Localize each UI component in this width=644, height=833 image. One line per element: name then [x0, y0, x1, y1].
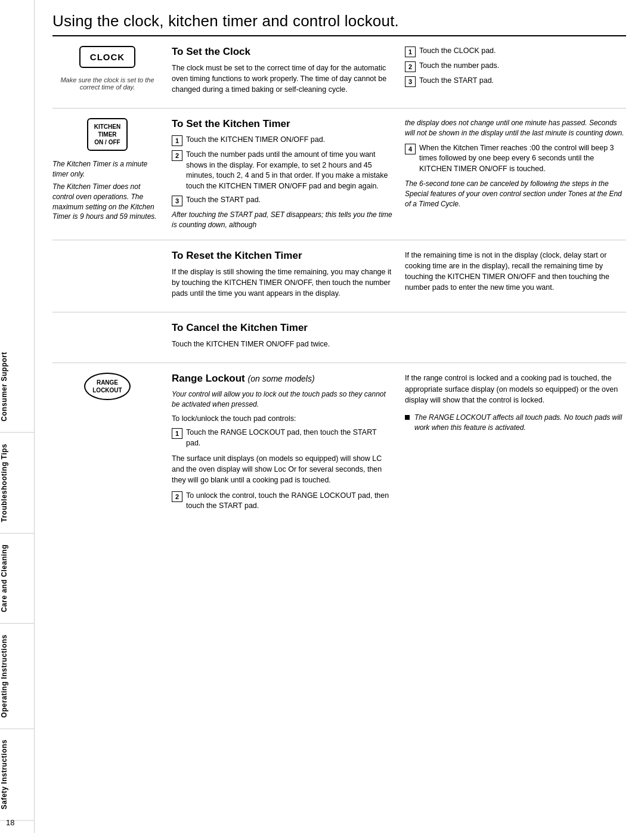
rl-step-1-text: Touch the RANGE LOCKOUT pad, then touch …	[186, 428, 393, 448]
kitchen-timer-right: To Set the Kitchen Timer 1 Touch the KIT…	[172, 118, 626, 230]
clock-step-3-text: Touch the START pad.	[419, 76, 494, 86]
rl-step-1-num: 1	[172, 428, 182, 439]
rl-step-2-num: 2	[172, 491, 182, 502]
cancel-timer-col: To Cancel the Kitchen Timer Touch the KI…	[172, 322, 393, 353]
clock-col-left: To Set the Clock The clock must be set t…	[172, 46, 393, 98]
kt-step-2-num: 2	[172, 150, 182, 161]
clock-left: CLOCK Make sure the clock is set to the …	[52, 46, 172, 98]
range-lockout-heading: Range Lockout (on some models)	[172, 373, 393, 385]
rl-step-2: 2 To unlock the control, touch the RANGE…	[172, 491, 393, 512]
kt-step-4-num: 4	[405, 144, 416, 154]
kt-right-text: the display does not change until one mi…	[405, 118, 626, 138]
kt-step-1-num: 1	[172, 135, 182, 146]
reset-timer-left	[52, 250, 172, 302]
clock-heading: To Set the Clock	[172, 46, 393, 58]
page-number: 18	[6, 818, 14, 827]
cancel-timer-section: To Cancel the Kitchen Timer Touch the KI…	[52, 312, 626, 363]
reset-timer-section: To Reset the Kitchen Timer If the displa…	[52, 240, 626, 312]
kitchen-timer-pad-line3: ON / OFF	[94, 138, 120, 146]
range-lockout-pad-line2: LOCKOUT	[92, 386, 122, 394]
range-lockout-left: RANGE LOCKOUT	[52, 373, 172, 515]
range-lockout-unlock-label: To lock/unlock the touch pad controls:	[172, 413, 393, 424]
reset-timer-right: To Reset the Kitchen Timer If the displa…	[172, 250, 626, 302]
clock-step-1: 1 Touch the CLOCK pad.	[405, 46, 626, 57]
kitchen-timer-heading: To Set the Kitchen Timer	[172, 118, 393, 130]
kt-step-2: 2 Touch the number pads until the amount…	[172, 150, 393, 191]
page-title: Using the clock, kitchen timer and contr…	[52, 12, 626, 36]
reset-timer-right-text: If the remaining time is not in the disp…	[405, 250, 626, 293]
sidebar-item-troubleshooting: Troubleshooting Tips	[0, 433, 34, 534]
cancel-timer-right: To Cancel the Kitchen Timer Touch the KI…	[172, 322, 626, 353]
clock-step-1-text: Touch the CLOCK pad.	[419, 46, 496, 57]
reset-timer-heading: To Reset the Kitchen Timer	[172, 250, 393, 262]
kt-step-1: 1 Touch the KITCHEN TIMER ON/OFF pad.	[172, 135, 393, 146]
clock-step-1-num: 1	[405, 47, 416, 57]
bullet-icon	[405, 415, 410, 420]
range-lockout-right-text: If the range control is locked and a coo…	[405, 373, 626, 405]
range-lockout-bullet: The RANGE LOCKOUT affects all touch pads…	[405, 413, 626, 433]
kitchen-timer-caption-1: The Kitchen Timer is a minute timer only…	[52, 159, 162, 179]
sidebar-labels: Consumer Support Troubleshooting Tips Ca…	[0, 341, 34, 821]
sidebar-item-safety: Safety Instructions	[0, 729, 34, 821]
kitchen-timer-pad-line1: KITCHEN	[94, 123, 120, 131]
clock-step-2: 2 Touch the number pads.	[405, 61, 626, 72]
cancel-timer-left	[52, 322, 172, 353]
clock-step-3: 3 Touch the START pad.	[405, 76, 626, 87]
reset-timer-col-left: To Reset the Kitchen Timer If the displa…	[172, 250, 393, 302]
cancel-timer-heading: To Cancel the Kitchen Timer	[172, 322, 393, 334]
sidebar-item-care-cleaning: Care and Cleaning	[0, 534, 34, 624]
kitchen-timer-caption: The Kitchen Timer is a minute timer only…	[52, 159, 162, 222]
reset-timer-left-text: If the display is still showing the time…	[172, 267, 393, 299]
clock-section: CLOCK Make sure the clock is set to the …	[52, 36, 626, 109]
clock-description: The clock must be set to the correct tim…	[172, 63, 393, 95]
cancel-timer-text: Touch the KITCHEN TIMER ON/OFF pad twice…	[172, 339, 393, 349]
clock-pad-button: CLOCK	[79, 46, 135, 68]
kt-step-1-text: Touch the KITCHEN TIMER ON/OFF pad.	[186, 135, 325, 145]
kitchen-timer-pad: KITCHEN TIMER ON / OFF	[87, 118, 128, 151]
kitchen-timer-caption-2: The Kitchen Timer does not control oven …	[52, 182, 162, 222]
clock-col-right: 1 Touch the CLOCK pad. 2 Touch the numbe…	[405, 46, 626, 98]
kt-step-4: 4 When the Kitchen Timer reaches :00 the…	[405, 143, 626, 175]
kt-italic-note: The 6-second tone can be canceled by fol…	[405, 179, 626, 209]
main-content: Using the clock, kitchen timer and contr…	[35, 0, 644, 833]
kt-italic-after-step3: After touching the START pad, SET disapp…	[172, 210, 393, 230]
range-lockout-right: Range Lockout (on some models) Your cont…	[172, 373, 626, 515]
kt-step-3-text: Touch the START pad.	[186, 195, 261, 206]
kitchen-timer-col-left: To Set the Kitchen Timer 1 Touch the KIT…	[172, 118, 393, 230]
range-lockout-pad: RANGE LOCKOUT	[84, 373, 130, 400]
clock-step-2-text: Touch the number pads.	[419, 61, 499, 72]
clock-right: To Set the Clock The clock must be set t…	[172, 46, 626, 98]
range-lockout-bullet-text: The RANGE LOCKOUT affects all touch pads…	[414, 413, 626, 433]
rl-step-1: 1 Touch the RANGE LOCKOUT pad, then touc…	[172, 428, 393, 448]
kitchen-timer-section: KITCHEN TIMER ON / OFF The Kitchen Timer…	[52, 109, 626, 240]
kitchen-timer-col-right: the display does not change until one mi…	[405, 118, 626, 230]
clock-caption: Make sure the clock is set to the correc…	[52, 76, 162, 91]
clock-step-3-num: 3	[405, 76, 416, 87]
range-lockout-heading-text: Range Lockout	[172, 373, 245, 384]
kt-step-4-text: When the Kitchen Timer reaches :00 the c…	[419, 143, 626, 175]
sidebar-item-consumer-support: Consumer Support	[0, 341, 34, 433]
kt-step-3-num: 3	[172, 196, 182, 206]
range-lockout-heading-note: (on some models)	[248, 374, 315, 383]
range-lockout-intro: Your control will allow you to lock out …	[172, 389, 393, 410]
kitchen-timer-left: KITCHEN TIMER ON / OFF The Kitchen Timer…	[52, 118, 172, 230]
clock-step-2-num: 2	[405, 61, 416, 72]
kitchen-timer-pad-line2: TIMER	[94, 131, 120, 138]
range-lockout-pad-line1: RANGE	[92, 379, 122, 386]
sidebar-item-operating: Operating Instructions	[0, 624, 34, 729]
range-lockout-col-left: Range Lockout (on some models) Your cont…	[172, 373, 393, 515]
range-lockout-section: RANGE LOCKOUT Range Lockout (on some mod…	[52, 363, 626, 524]
sidebar: Consumer Support Troubleshooting Tips Ca…	[0, 0, 35, 833]
rl-step-2-text: To unlock the control, touch the RANGE L…	[186, 491, 393, 512]
reset-timer-col-right: If the remaining time is not in the disp…	[405, 250, 626, 302]
cancel-timer-col-right	[405, 322, 626, 353]
kt-step-3: 3 Touch the START pad.	[172, 195, 393, 206]
range-lockout-col-right: If the range control is locked and a coo…	[405, 373, 626, 515]
kt-step-2-text: Touch the number pads until the amount o…	[186, 150, 393, 191]
range-lockout-middle-text: The surface unit displays (on models so …	[172, 453, 393, 485]
